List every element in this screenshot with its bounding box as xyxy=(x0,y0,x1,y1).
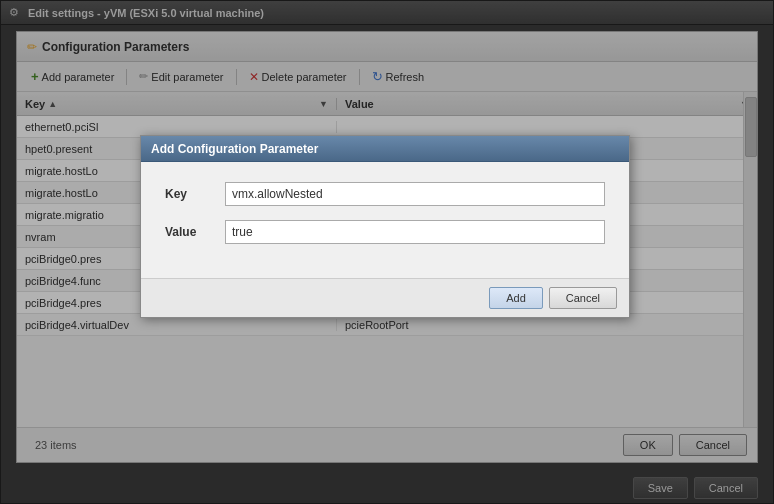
modal-add-button[interactable]: Add xyxy=(489,287,543,309)
modal-body: Key Value xyxy=(141,162,629,278)
modal-title-bar: Add Configuration Parameter xyxy=(141,136,629,162)
modal-footer: Add Cancel xyxy=(141,278,629,317)
add-configuration-dialog: Add Configuration Parameter Key Value Ad… xyxy=(140,135,630,318)
key-field-row: Key xyxy=(165,182,605,206)
key-label: Key xyxy=(165,187,225,201)
value-label: Value xyxy=(165,225,225,239)
value-input[interactable] xyxy=(225,220,605,244)
modal-title: Add Configuration Parameter xyxy=(151,142,318,156)
modal-cancel-button[interactable]: Cancel xyxy=(549,287,617,309)
value-field-row: Value xyxy=(165,220,605,244)
key-input[interactable] xyxy=(225,182,605,206)
